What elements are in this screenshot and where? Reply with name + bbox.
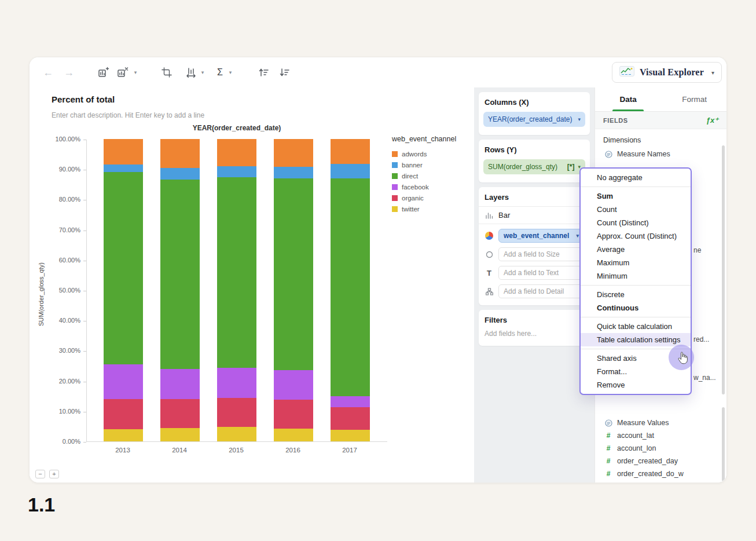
bar-segment-direct[interactable] [104,172,143,364]
bar-segment-facebook[interactable] [217,368,256,398]
bar-segment-facebook[interactable] [104,364,143,399]
bar-segment-twitter[interactable] [104,429,143,441]
bar-segment-organic[interactable] [274,400,313,429]
bar-segment-banner[interactable] [160,168,200,180]
bar-segment-banner[interactable] [331,164,370,178]
field-item-measure-names[interactable]: Measure Names [604,148,727,160]
crop-button[interactable] [160,65,174,79]
swap-axes-button[interactable] [184,65,198,79]
duplicate-chart-button[interactable] [97,65,111,79]
occluded-field-label[interactable]: red... [693,335,709,343]
menu-item-continuous[interactable]: Continuous [581,301,691,315]
field-item-order-created-do-w[interactable]: #order_created_do_w [604,467,727,480]
zoom-out-button[interactable]: − [35,470,45,478]
stacked-bar-2013[interactable] [104,139,143,441]
bar-segment-banner[interactable] [217,166,256,177]
aggregate-sigma-button[interactable]: Σ [214,65,226,79]
dimensions-scrollbar[interactable] [722,145,725,394]
bar-segment-banner[interactable] [104,165,143,172]
menu-item-count[interactable]: Count [581,203,691,216]
bar-segment-organic[interactable] [331,407,370,430]
add-calculated-field-button[interactable]: ƒx⁺ [706,116,718,125]
rows-pill-sum-order-gloss-qty[interactable]: SUM(order_gloss_qty) [*] ▾ [483,159,585,174]
zoom-in-button[interactable]: + [49,470,59,478]
legend-item-adwords[interactable]: adwords [392,151,456,158]
swap-axes-caret-icon[interactable]: ▾ [199,65,206,79]
bar-segment-adwords[interactable] [274,139,313,167]
tab-format-label: Format [682,95,707,104]
menu-item-remove[interactable]: Remove [581,378,691,392]
bar-segment-organic[interactable] [160,399,200,428]
field-item-measure-values[interactable]: Measure Values [604,416,727,429]
stacked-bar-2017[interactable] [331,139,370,441]
legend-label: organic [402,195,424,202]
pill-caret-icon[interactable]: ▾ [576,233,579,239]
bar-segment-organic[interactable] [217,398,256,427]
bar-segment-adwords[interactable] [104,139,143,165]
menu-item-minimum[interactable]: Minimum [581,269,691,283]
menu-item-no-aggregate[interactable]: No aggregate [581,171,691,184]
menu-item-quick-table-calculation[interactable]: Quick table calculation [581,320,691,333]
stacked-bar-2016[interactable] [274,139,313,441]
bar-segment-adwords[interactable] [217,139,256,166]
fields-header: FIELDS ƒx⁺ [595,112,727,129]
back-button[interactable]: ← [41,65,55,79]
color-pill-web-event-channel[interactable]: web_event_channel ▾ [498,229,584,243]
field-label: Measure Values [617,419,669,427]
legend-item-banner[interactable]: banner [392,162,456,169]
tab-data[interactable]: Data [595,87,662,111]
bar-segment-organic[interactable] [104,399,143,429]
y-tick-label: 90.00% [30,166,80,173]
bar-segment-twitter[interactable] [160,428,200,442]
bar-segment-facebook[interactable] [331,396,370,407]
field-item-account-lon[interactable]: #account_lon [604,442,727,455]
size-field-dropzone[interactable]: Add a field to Size [498,247,584,261]
delete-chart-button[interactable] [116,65,130,79]
bar-segment-twitter[interactable] [217,427,256,441]
menu-item-table-calculation-settings[interactable]: Table calculation settings [581,333,691,346]
measures-scrollbar[interactable] [722,407,725,481]
text-field-dropzone[interactable]: Add a field to Text [498,266,584,280]
legend-item-facebook[interactable]: facebook [392,184,456,191]
menu-item-maximum[interactable]: Maximum [581,256,691,269]
visual-explorer-button[interactable]: Visual Explorer ▾ [612,62,722,83]
menu-item-approx-count-distinct[interactable]: Approx. Count (Distinct) [581,229,691,243]
legend-item-organic[interactable]: organic [392,195,456,202]
bar-segment-twitter[interactable] [274,429,313,441]
sort-descending-button[interactable] [277,65,291,79]
menu-item-average[interactable]: Average [581,243,691,256]
occluded-field-label[interactable]: ne [693,246,701,254]
field-item-account-lat[interactable]: #account_lat [604,429,727,442]
bar-segment-direct[interactable] [217,177,256,368]
menu-item-sum[interactable]: Sum [581,189,691,203]
forward-button[interactable]: → [62,65,76,79]
legend-item-direct[interactable]: direct [392,173,456,180]
stacked-bar-2014[interactable] [160,139,200,441]
bar-segment-direct[interactable] [160,180,200,368]
legend-item-twitter[interactable]: twitter [392,206,456,213]
delete-options-caret-icon[interactable]: ▾ [132,65,139,79]
bar-segment-adwords[interactable] [331,139,370,164]
tab-format[interactable]: Format [662,87,728,111]
cursor-highlight [669,345,694,370]
bar-segment-facebook[interactable] [160,369,200,399]
menu-item-discrete[interactable]: Discrete [581,288,691,301]
occluded-field-label[interactable]: w_na... [693,374,716,382]
aggregate-caret-icon[interactable]: ▾ [227,65,234,79]
columns-pill-year-order-created-date[interactable]: YEAR(order_created_date) ▾ [483,112,585,127]
mark-type-row[interactable]: Bar [479,206,590,224]
bar-segment-banner[interactable] [274,167,313,178]
sort-ascending-button[interactable] [256,65,270,79]
bar-segment-twitter[interactable] [331,430,370,441]
brand-caret-icon[interactable]: ▾ [711,70,714,76]
bar-segment-direct[interactable] [331,178,370,396]
detail-field-dropzone[interactable]: Add a field to Detail [498,284,584,298]
pill-caret-icon[interactable]: ▾ [578,116,581,122]
filters-dropzone[interactable]: Add fields here... [483,330,585,338]
bar-segment-facebook[interactable] [274,370,313,400]
stacked-bar-2015[interactable] [217,139,256,441]
bar-segment-adwords[interactable] [160,139,200,168]
bar-segment-direct[interactable] [274,178,313,371]
field-item-order-created-day[interactable]: #order_created_day [604,455,727,467]
menu-item-count-distinct[interactable]: Count (Distinct) [581,216,691,229]
